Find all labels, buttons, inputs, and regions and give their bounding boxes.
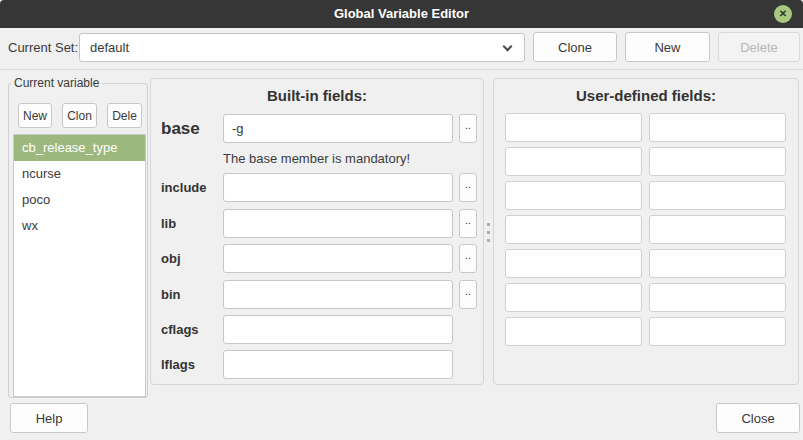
splitter-grip-dot	[487, 223, 490, 226]
user-defined-field[interactable]	[505, 283, 642, 312]
current-set-combobox[interactable]: default	[79, 33, 525, 62]
current-set-value: default	[90, 34, 129, 61]
cflags-field[interactable]	[223, 315, 453, 344]
bin-label: bin	[161, 280, 181, 309]
lflags-field[interactable]	[223, 350, 453, 379]
bin-browse-button[interactable]: ..	[459, 280, 477, 309]
separator-line	[0, 69, 803, 70]
new-set-button[interactable]: New	[625, 32, 710, 62]
builtin-fields-header: Built-in fields:	[151, 87, 483, 104]
user-defined-field[interactable]	[649, 283, 786, 312]
user-defined-field[interactable]	[649, 317, 786, 346]
delete-set-button[interactable]: Delete	[718, 32, 800, 62]
bin-field[interactable]	[223, 280, 453, 309]
delete-variable-button[interactable]: Dele	[107, 103, 142, 128]
list-item-wx[interactable]: wx	[14, 213, 145, 239]
lib-label: lib	[161, 209, 176, 238]
user-defined-field[interactable]	[649, 215, 786, 244]
include-field[interactable]	[223, 173, 453, 202]
obj-browse-button[interactable]: ..	[459, 244, 477, 273]
cflags-label: cflags	[161, 315, 199, 344]
lib-browse-button[interactable]: ..	[459, 209, 477, 238]
user-defined-field[interactable]	[649, 181, 786, 210]
user-defined-fields-panel: User-defined fields:	[493, 78, 799, 385]
include-browse-button[interactable]: ..	[459, 173, 477, 202]
current-set-label: Current Set:	[8, 33, 78, 62]
window-close-button[interactable]: ✕	[774, 5, 792, 23]
global-variable-editor-dialog: Global Variable Editor ✕ Current Set: de…	[0, 0, 803, 440]
include-label: include	[161, 173, 207, 202]
chevron-down-icon	[503, 42, 513, 52]
base-field[interactable]	[223, 114, 453, 143]
user-defined-field[interactable]	[505, 215, 642, 244]
window-title: Global Variable Editor	[0, 0, 803, 28]
obj-field[interactable]	[223, 244, 453, 273]
clone-set-button[interactable]: Clone	[533, 32, 617, 62]
user-defined-field[interactable]	[505, 181, 642, 210]
base-label: base	[161, 114, 200, 143]
user-defined-field[interactable]	[649, 249, 786, 278]
splitter-grip-dot	[487, 239, 490, 242]
user-defined-field[interactable]	[505, 113, 642, 142]
list-item-poco[interactable]: poco	[14, 187, 145, 213]
new-variable-button[interactable]: New	[18, 103, 52, 128]
user-defined-field[interactable]	[649, 147, 786, 176]
splitter-grip-dot	[487, 231, 490, 234]
user-defined-fields-header: User-defined fields:	[494, 87, 798, 104]
obj-label: obj	[161, 244, 181, 273]
user-defined-field[interactable]	[505, 147, 642, 176]
list-item-cb-release-type[interactable]: cb_release_type	[14, 135, 145, 161]
current-variable-group-label: Current variable	[11, 76, 102, 90]
titlebar: Global Variable Editor ✕	[0, 0, 803, 28]
close-icon: ✕	[774, 5, 792, 23]
user-defined-field[interactable]	[505, 317, 642, 346]
help-button[interactable]: Help	[10, 403, 88, 433]
variable-list[interactable]: cb_release_type ncurse poco wx	[13, 134, 146, 397]
user-defined-field[interactable]	[649, 113, 786, 142]
builtin-fields-panel: Built-in fields: base .. The base member…	[150, 78, 484, 385]
lib-field[interactable]	[223, 209, 453, 238]
list-item-ncurse[interactable]: ncurse	[14, 161, 145, 187]
base-mandatory-note: The base member is mandatory!	[223, 151, 410, 166]
panel-splitter[interactable]	[484, 78, 493, 385]
close-button[interactable]: Close	[716, 403, 800, 433]
base-browse-button[interactable]: ..	[459, 114, 477, 143]
lflags-label: lflags	[161, 350, 195, 379]
user-defined-field[interactable]	[505, 249, 642, 278]
clone-variable-button[interactable]: Clon	[62, 103, 97, 128]
